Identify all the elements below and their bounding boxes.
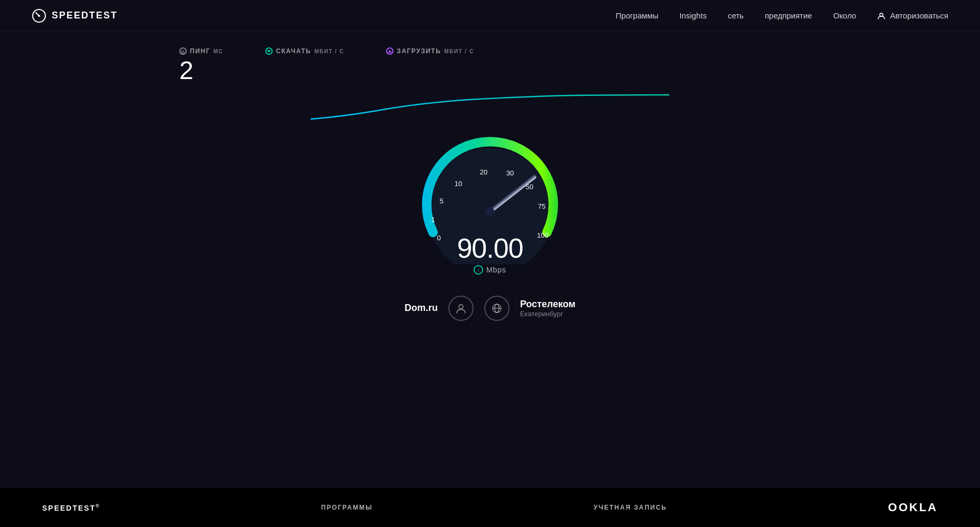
user-circle-icon: [448, 296, 474, 321]
svg-text:20: 20: [480, 168, 487, 176]
isp-row: Dom.ru Ростелеком Екатеринбург: [405, 296, 575, 321]
download-icon: [265, 47, 273, 55]
svg-text:30: 30: [506, 169, 514, 177]
speed-display: 90.00 ↓ Mbps: [457, 232, 523, 275]
logo[interactable]: SPEEDTEST: [32, 8, 118, 23]
speed-unit-icon: ↓: [474, 265, 483, 275]
graph-container: [311, 90, 669, 122]
footer-brand: SPEEDTEST®: [42, 503, 100, 512]
main-nav: Программы Insights сеть предприятие Окол…: [616, 11, 948, 20]
download-stat: СКАЧАТЬ Мбит / с: [265, 47, 344, 85]
nav-insights[interactable]: Insights: [679, 11, 707, 20]
isp-city: Екатеринбург: [520, 310, 563, 318]
ping-stat: ПИНГ мс 2: [179, 47, 223, 85]
svg-text:5: 5: [439, 197, 443, 205]
svg-text:100: 100: [537, 231, 549, 239]
isp-location: Ростелеком Екатеринбург: [520, 299, 575, 318]
nav-about[interactable]: Около: [833, 11, 857, 20]
speed-graph: [311, 90, 669, 122]
svg-text:10: 10: [455, 180, 462, 188]
nav-network[interactable]: сеть: [728, 11, 744, 20]
ping-icon: [179, 47, 187, 55]
nav-enterprise[interactable]: предприятие: [765, 11, 812, 20]
stats-row: ПИНГ мс 2 СКАЧАТЬ Мбит / с ЗАГРУЗИТЬ Мби…: [179, 47, 474, 85]
globe-icon: [484, 296, 510, 321]
isp-server-name: Ростелеком: [520, 299, 575, 310]
footer-account[interactable]: УЧЕТНАЯ ЗАПИСЬ: [594, 504, 667, 511]
svg-point-15: [459, 305, 463, 309]
svg-point-2: [880, 13, 883, 16]
svg-text:1: 1: [431, 216, 435, 223]
isp-provider-name: Dom.ru: [405, 302, 438, 314]
logo-text: SPEEDTEST: [52, 10, 118, 21]
footer: SPEEDTEST® ПРОГРАММЫ УЧЕТНАЯ ЗАПИСЬ OOKL…: [0, 488, 980, 527]
svg-text:75: 75: [538, 202, 545, 210]
ping-value: 2: [179, 57, 194, 85]
footer-ookla: OOKLA: [888, 501, 938, 514]
svg-text:0: 0: [437, 234, 440, 242]
footer-programs[interactable]: ПРОГРАММЫ: [321, 504, 373, 511]
nav-login[interactable]: Авторизоваться: [877, 11, 948, 20]
nav-programs[interactable]: Программы: [616, 11, 658, 20]
upload-stat: ЗАГРУЗИТЬ Мбит / с: [386, 47, 474, 85]
speed-unit: Mbps: [486, 266, 506, 274]
speed-value: 90.00: [457, 232, 523, 264]
speedtest-logo-icon: [32, 8, 46, 23]
upload-icon: [386, 47, 393, 55]
svg-point-1: [38, 15, 40, 17]
user-icon: [877, 12, 886, 20]
speedometer[interactable]: 0 1 5 10 20 30 50 75 100 90: [406, 127, 574, 275]
